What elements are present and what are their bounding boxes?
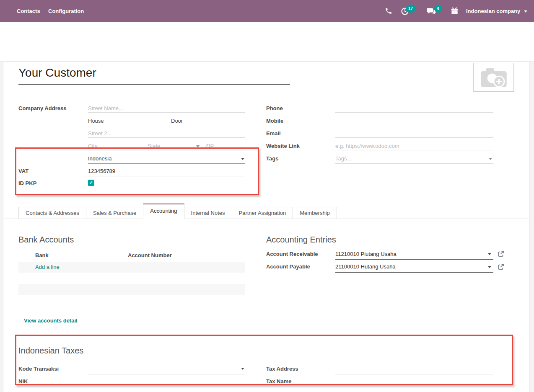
house-input[interactable] [118,125,170,125]
door-input[interactable] [189,125,245,125]
street2-input-underline [88,137,245,138]
state-select-underline [148,150,203,150]
id-pkp-label: ID PKP [18,180,36,186]
tab-internal-notes[interactable]: Internal Notes [184,207,232,219]
receivable-external-link-icon[interactable] [498,250,505,258]
house-label: House [88,118,104,124]
mobile-label: Mobile [266,118,283,124]
notebook-tabs: Contacts & Addresses Sales & Purchase Ac… [18,204,337,219]
website-input-underline [335,150,493,150]
country-select-underline [88,163,245,164]
vat-input[interactable]: 123456789 [88,168,115,174]
app-window: Contacts Configuration 17 4 Indone [0,0,534,392]
company-address-label: Company Address [18,105,66,111]
receivable-caret-icon [488,253,491,255]
tax-address-input[interactable] [335,374,493,374]
street-input-underline [88,112,245,113]
activity-count-badge[interactable]: 17 [406,5,415,13]
sheet-top-border [0,62,534,62]
tags-input-underline [335,163,493,164]
vat-input-underline [88,176,245,176]
email-input[interactable] [335,137,493,138]
phone-icon[interactable] [385,7,393,15]
street2-input[interactable]: Street 2... [88,130,111,137]
mobile-input[interactable] [335,125,493,125]
top-navbar: Contacts Configuration 17 4 Indone [0,0,534,22]
kode-transaksi-caret-icon [241,368,244,370]
website-input[interactable]: e.g. https://www.odoo.com [335,143,399,149]
tags-input[interactable]: Tags... [335,155,351,162]
kode-transaksi-select[interactable] [88,374,245,374]
country-caret-icon [241,158,244,160]
account-number-column-header[interactable]: Account Number [128,252,172,258]
nav-menu-configuration[interactable]: Configuration [48,0,84,22]
nav-menu-contacts[interactable]: Contacts [17,0,40,22]
country-select[interactable]: Indonesia [88,155,111,162]
accounting-entries-heading: Accounting Entries [266,235,336,245]
annotation-box-fiscal [15,147,259,195]
bank-table-row [18,284,245,295]
bank-accounts-heading: Bank Accounts [18,235,74,245]
nik-label: NIK [18,378,28,384]
city-input-underline [88,150,143,150]
chevron-down-icon [524,10,527,13]
page-title[interactable]: Your Customer [18,66,96,80]
indonesian-taxes-heading: Indonesian Taxes [18,346,83,356]
tab-accounting[interactable]: Accounting [143,204,184,219]
payable-external-link-icon[interactable] [498,263,505,271]
add-a-line-button[interactable]: Add a line [35,264,60,270]
receivable-underline [335,259,493,260]
tags-caret-icon [489,158,492,160]
account-receivable-select[interactable]: 11210010 Piutang Usaha [335,251,397,257]
city-input[interactable]: City [88,143,97,149]
id-pkp-checkbox[interactable] [88,180,94,186]
sheet-left-margin [0,62,3,392]
bank-column-header[interactable]: Bank [35,252,49,258]
account-receivable-label: Account Receivable [266,251,318,257]
gift-icon[interactable] [451,7,459,15]
tab-contacts-addresses[interactable]: Contacts & Addresses [18,207,86,219]
messages-icon[interactable] [427,7,435,15]
state-select[interactable]: State [148,143,160,149]
annotation-box-indonesian-taxes [15,335,513,385]
door-label: Door [171,118,183,124]
phone-label: Phone [266,105,283,111]
tax-address-label: Tax Address [266,366,298,372]
vat-label: VAT [18,168,29,174]
camera-plus-icon [480,67,507,88]
account-payable-label: Account Payable [266,263,310,270]
tab-partner-assignation[interactable]: Partner Assignation [232,207,293,219]
sheet-right-margin [529,62,534,392]
view-accounts-detail-button[interactable]: View accounts detail [24,317,78,324]
tab-membership[interactable]: Membership [293,207,337,219]
tab-sales-purchase[interactable]: Sales & Purchase [86,207,143,219]
tax-name-label: Tax Name [266,378,291,384]
phone-input[interactable] [335,112,493,113]
street-input[interactable]: Street Name... [88,105,123,111]
avatar-upload[interactable] [473,63,514,92]
payable-caret-icon [488,266,491,268]
zip-input-underline [205,150,245,150]
tags-label: Tags [266,155,278,162]
kode-transaksi-label: Kode Transaksi [18,366,59,372]
company-switcher[interactable]: Indonesian company [466,0,520,22]
zip-input[interactable]: ZIP [205,143,214,149]
payable-underline [335,272,493,273]
state-caret-icon [196,145,200,147]
account-payable-select[interactable]: 21100010 Hutang Usaha [335,263,396,270]
title-underline [18,84,290,85]
email-label: Email [266,130,281,137]
website-label: Website Link [266,143,300,149]
message-count-badge[interactable]: 4 [434,5,442,13]
